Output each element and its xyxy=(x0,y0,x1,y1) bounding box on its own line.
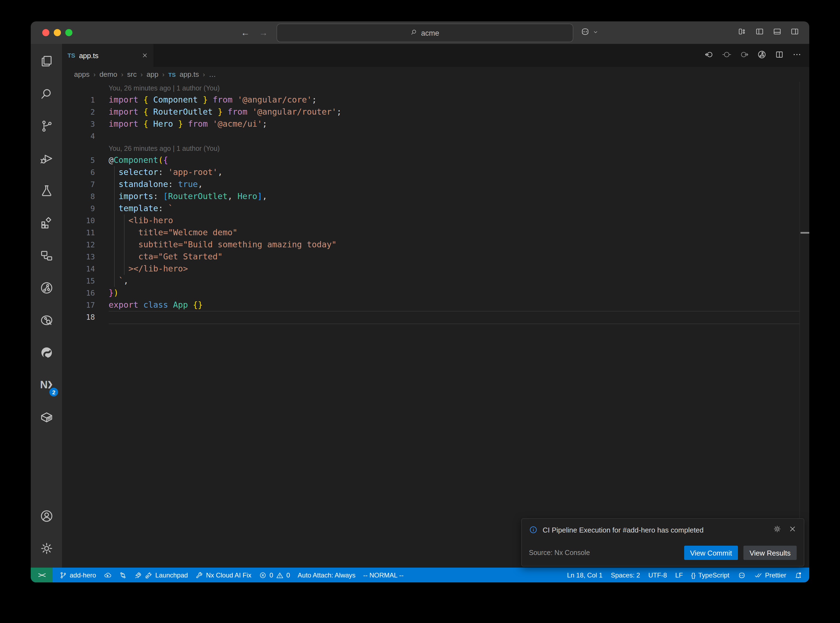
chevron-down-icon xyxy=(593,29,599,35)
breadcrumb-apps[interactable]: apps xyxy=(74,70,89,78)
blame-row: You, 26 minutes ago | 1 author (You) xyxy=(62,82,800,94)
line-number: 7 xyxy=(62,178,95,190)
graph-circle-button[interactable] xyxy=(757,50,766,61)
notification-title: CI Pipeline Execution for #add-hero has … xyxy=(543,526,768,534)
search-icon xyxy=(39,86,54,101)
editor-actions xyxy=(705,44,809,67)
panel-bottom-button[interactable] xyxy=(772,27,782,38)
nav-dash-circle-button[interactable] xyxy=(722,50,731,61)
notification-source: Source: Nx Console xyxy=(529,549,679,557)
status-copilot[interactable] xyxy=(738,571,746,579)
panel-left-icon xyxy=(755,27,764,36)
code-line-2: 2import { RouterOutlet } from '@angular/… xyxy=(62,106,800,118)
close-icon xyxy=(788,525,797,533)
nav-forward-circle-button[interactable] xyxy=(740,50,749,61)
notification-toast: CI Pipeline Execution for #add-hero has … xyxy=(521,518,804,566)
status-launchpad[interactable]: Launchpad xyxy=(134,571,188,579)
zoom-window-button[interactable] xyxy=(65,29,72,36)
activity-extensions[interactable] xyxy=(31,207,62,239)
breadcrumb-app[interactable]: app xyxy=(146,70,158,78)
code-text: cta="Get Started" xyxy=(109,251,800,263)
command-center-search[interactable]: acme xyxy=(276,24,573,42)
code-text: <lib-hero xyxy=(109,215,800,227)
close-window-button[interactable] xyxy=(42,29,49,36)
code-editor[interactable]: You, 26 minutes ago | 1 author (You)1imp… xyxy=(62,82,809,568)
editor-group: TS app.ts apps›demo›src›app›TSapp.ts›… Y… xyxy=(62,44,809,568)
activity-testing[interactable] xyxy=(31,174,62,207)
activity-source-control[interactable] xyxy=(31,110,62,142)
container-icon xyxy=(39,410,54,424)
breadcrumb-demo[interactable]: demo xyxy=(99,70,117,78)
activity-container[interactable] xyxy=(31,401,62,433)
panel-right-icon xyxy=(790,27,799,36)
status-git-branch[interactable]: add-hero xyxy=(59,571,96,579)
customize-layout-button[interactable] xyxy=(737,27,747,38)
activity-graph-circle[interactable] xyxy=(31,272,62,304)
line-number: 13 xyxy=(62,251,95,263)
code-text: ></lib-hero> xyxy=(109,263,800,275)
activity-account[interactable] xyxy=(31,500,62,532)
status-vim-mode[interactable]: -- NORMAL -- xyxy=(363,571,404,579)
breadcrumb-src[interactable]: src xyxy=(127,70,137,78)
status-auto-attach[interactable]: Auto Attach: Always xyxy=(298,571,356,579)
indent-guide xyxy=(114,190,114,203)
back-arrow-icon[interactable]: ← xyxy=(241,28,250,38)
code-text: import { Component } from '@angular/core… xyxy=(109,94,800,106)
code-line-17: 17export class App {} xyxy=(62,299,800,311)
status-problems[interactable]: 00 xyxy=(259,571,290,579)
status-nx-cloud-ai-fix[interactable]: Nx Cloud AI Fix xyxy=(196,571,251,579)
panel-left-button[interactable] xyxy=(755,27,764,38)
line-number: 12 xyxy=(62,239,95,251)
status-prettier[interactable]: Prettier xyxy=(755,571,786,579)
line-number: 10 xyxy=(62,215,95,227)
window-controls xyxy=(42,29,72,36)
activity-references[interactable] xyxy=(31,239,62,272)
status-cursor-position[interactable]: Ln 18, Col 1 xyxy=(567,571,602,579)
minimize-window-button[interactable] xyxy=(54,29,61,36)
status-git-compare[interactable] xyxy=(119,571,127,579)
code-line-14: 14 ></lib-hero> xyxy=(62,263,800,275)
tab-app-ts[interactable]: TS app.ts xyxy=(62,44,154,67)
screen: ← → acme N❯2 TS xyxy=(0,0,840,623)
extensions-icon xyxy=(39,216,54,230)
activity-explorer[interactable] xyxy=(31,45,62,77)
notification-settings-icon[interactable] xyxy=(773,525,781,535)
notification-close-icon[interactable] xyxy=(788,525,797,535)
blame-annotation: You, 26 minutes ago | 1 author (You) xyxy=(109,142,800,154)
activity-graph-search[interactable] xyxy=(31,304,62,336)
view-results-button[interactable]: View Results xyxy=(743,546,797,560)
line-number: 16 xyxy=(62,287,95,299)
activity-nx[interactable]: N❯2 xyxy=(31,368,62,401)
nav-back-circle-icon xyxy=(705,50,714,59)
breadcrumb-symbols[interactable]: … xyxy=(209,70,216,78)
nav-back-circle-button[interactable] xyxy=(705,50,714,61)
activity-search[interactable] xyxy=(31,77,62,110)
breadcrumb-file[interactable]: app.ts xyxy=(180,70,199,78)
status-publish[interactable] xyxy=(104,571,111,579)
line-number: 3 xyxy=(62,118,95,130)
panel-right-button[interactable] xyxy=(790,27,799,38)
code-line-3: 3import { Hero } from '@acme/ui'; xyxy=(62,118,800,130)
scrollbar[interactable] xyxy=(799,82,809,568)
status-indentation[interactable]: Spaces: 2 xyxy=(611,571,640,579)
activity-swirl[interactable] xyxy=(31,336,62,368)
forward-arrow-icon[interactable]: → xyxy=(259,28,268,38)
activity-run-debug[interactable] xyxy=(31,142,62,174)
ellipsis-button[interactable] xyxy=(792,50,802,61)
activity-settings[interactable] xyxy=(31,532,62,564)
status-eol[interactable]: LF xyxy=(675,571,683,579)
copilot-menu[interactable] xyxy=(580,21,599,44)
status-encoding[interactable]: UTF-8 xyxy=(648,571,667,579)
indent-guide xyxy=(124,227,124,239)
activity-bar: N❯2 xyxy=(31,44,62,568)
split-editor-button[interactable] xyxy=(775,50,784,61)
breadcrumb-separator: › xyxy=(93,71,95,78)
nx-badge: 2 xyxy=(49,388,58,396)
status-language-mode[interactable]: {}TypeScript xyxy=(691,571,729,579)
remote-indicator[interactable]: >< xyxy=(31,568,53,582)
view-commit-button[interactable]: View Commit xyxy=(684,546,738,560)
status-notifications[interactable] xyxy=(794,571,802,579)
panel-bottom-icon xyxy=(772,27,782,36)
warning-icon xyxy=(276,571,284,579)
tab-close-button[interactable] xyxy=(141,52,148,59)
